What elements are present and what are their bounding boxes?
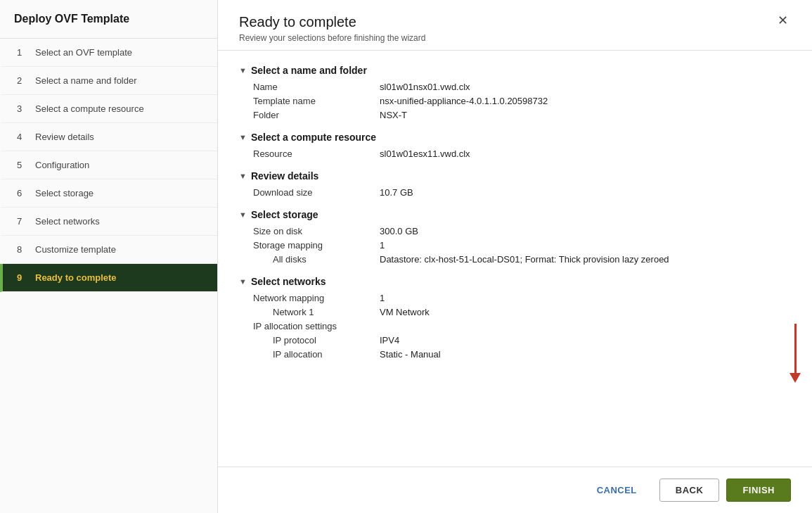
close-button[interactable]: ✕ — [775, 14, 791, 27]
main-header: Ready to complete Review your selections… — [218, 0, 812, 51]
detail-row-name-folder-2: FolderNSX-T — [253, 110, 791, 120]
sidebar-item-8[interactable]: 9Ready to complete — [0, 264, 217, 292]
scroll-arrow-head — [790, 373, 801, 383]
detail-row-select-storage-1: Storage mapping1 — [253, 240, 791, 251]
step-label-1: Select a name and folder — [35, 75, 137, 86]
sidebar-item-0[interactable]: 1Select an OVF template — [0, 39, 217, 67]
detail-label-select-storage-1: Storage mapping — [253, 240, 380, 251]
detail-label-name-folder-0: Name — [253, 82, 380, 92]
section-name-folder: ▼Select a name and folderNamesl01w01nsx0… — [239, 65, 791, 120]
detail-label-select-networks-0: Network mapping — [253, 293, 380, 303]
step-num-1: 2 — [17, 75, 28, 86]
section-header-review-details[interactable]: ▼Review details — [239, 170, 791, 182]
sidebar-item-3[interactable]: 4Review details — [0, 123, 217, 151]
detail-row-name-folder-1: Template namensx-unified-appliance-4.0.1… — [253, 96, 791, 106]
step-num-7: 8 — [17, 244, 28, 255]
modal-wrapper: Deploy OVF Template 1Select an OVF templ… — [0, 0, 812, 513]
section-select-storage: ▼Select storageSize on disk300.0 GBStora… — [239, 209, 791, 265]
step-label-6: Select networks — [35, 216, 100, 227]
step-num-3: 4 — [17, 132, 28, 142]
section-body-compute-resource: Resourcesl01w01esx11.vwd.clx — [239, 148, 791, 159]
sections-container: ▼Select a name and folderNamesl01w01nsx0… — [239, 65, 791, 360]
step-label-5: Select storage — [35, 188, 94, 198]
sidebar-item-7[interactable]: 8Customize template — [0, 236, 217, 264]
sidebar-title: Deploy OVF Template — [0, 0, 217, 39]
detail-label-review-details-0: Download size — [253, 187, 380, 198]
main-footer: CANCEL BACK FINISH — [218, 467, 812, 513]
detail-label-compute-resource-0: Resource — [253, 148, 380, 159]
detail-value-review-details-0: 10.7 GB — [380, 187, 413, 198]
back-button[interactable]: BACK — [659, 479, 720, 502]
section-select-networks: ▼Select networksNetwork mapping1Network … — [239, 276, 791, 360]
section-body-select-storage: Size on disk300.0 GBStorage mapping1All … — [239, 226, 791, 265]
detail-row-select-networks-2: IP allocation settings — [253, 321, 791, 331]
detail-value-select-networks-1: VM Network — [380, 307, 430, 317]
section-review-details: ▼Review detailsDownload size10.7 GB — [239, 170, 791, 198]
sidebar-item-5[interactable]: 6Select storage — [0, 179, 217, 208]
detail-value-select-networks-0: 1 — [380, 293, 385, 303]
detail-label-select-storage-2: All disks — [273, 254, 380, 265]
scroll-arrow-indicator — [790, 324, 801, 383]
scroll-arrow-line — [794, 324, 797, 373]
detail-row-review-details-0: Download size10.7 GB — [253, 187, 791, 198]
section-header-compute-resource[interactable]: ▼Select a compute resource — [239, 132, 791, 143]
header-text: Ready to complete Review your selections… — [239, 14, 425, 43]
step-label-3: Review details — [35, 132, 94, 142]
section-title-select-storage: Select storage — [251, 209, 318, 220]
detail-row-select-networks-0: Network mapping1 — [253, 293, 791, 303]
sidebar-item-2[interactable]: 3Select a compute resource — [0, 95, 217, 123]
cancel-button[interactable]: CANCEL — [581, 479, 652, 501]
step-num-6: 7 — [17, 216, 28, 227]
detail-row-select-networks-1: Network 1VM Network — [253, 307, 791, 317]
detail-row-select-networks-3: IP protocolIPV4 — [253, 335, 791, 346]
sidebar-item-1[interactable]: 2Select a name and folder — [0, 67, 217, 95]
section-toggle-compute-resource: ▼ — [239, 133, 247, 141]
step-label-8: Ready to complete — [35, 272, 117, 283]
detail-row-compute-resource-0: Resourcesl01w01esx11.vwd.clx — [253, 148, 791, 159]
detail-value-select-storage-2: Datastore: clx-host-51-Local-DS01; Forma… — [380, 254, 669, 265]
section-title-compute-resource: Select a compute resource — [251, 132, 376, 143]
detail-value-select-storage-1: 1 — [380, 240, 385, 251]
step-num-5: 6 — [17, 188, 28, 198]
step-num-8: 9 — [17, 272, 28, 283]
section-header-name-folder[interactable]: ▼Select a name and folder — [239, 65, 791, 76]
section-body-select-networks: Network mapping1Network 1VM NetworkIP al… — [239, 293, 791, 360]
sidebar-item-6[interactable]: 7Select networks — [0, 208, 217, 236]
detail-label-select-networks-4: IP allocation — [273, 349, 380, 360]
section-body-name-folder: Namesl01w01nsx01.vwd.clxTemplate namensx… — [239, 82, 791, 120]
step-label-0: Select an OVF template — [35, 47, 132, 58]
detail-value-compute-resource-0: sl01w01esx11.vwd.clx — [380, 148, 470, 159]
detail-value-select-storage-0: 300.0 GB — [380, 226, 418, 236]
detail-value-name-folder-2: NSX-T — [380, 110, 407, 120]
detail-value-name-folder-0: sl01w01nsx01.vwd.clx — [380, 82, 470, 92]
main-title: Ready to complete — [239, 14, 425, 30]
section-toggle-review-details: ▼ — [239, 172, 247, 180]
step-label-7: Customize template — [35, 244, 116, 255]
section-toggle-name-folder: ▼ — [239, 66, 247, 75]
detail-label-select-networks-1: Network 1 — [273, 307, 380, 317]
detail-label-select-networks-3: IP protocol — [273, 335, 380, 346]
sidebar: Deploy OVF Template 1Select an OVF templ… — [0, 0, 218, 513]
section-toggle-select-networks: ▼ — [239, 277, 247, 286]
sidebar-items-container: 1Select an OVF template2Select a name an… — [0, 39, 217, 292]
step-num-4: 5 — [17, 160, 28, 170]
step-label-4: Configuration — [35, 160, 89, 170]
detail-label-name-folder-1: Template name — [253, 96, 380, 106]
section-title-name-folder: Select a name and folder — [251, 65, 367, 76]
main-content: Ready to complete Review your selections… — [218, 0, 812, 513]
section-header-select-storage[interactable]: ▼Select storage — [239, 209, 791, 220]
detail-label-select-storage-0: Size on disk — [253, 226, 380, 236]
detail-label-name-folder-2: Folder — [253, 110, 380, 120]
sidebar-item-4[interactable]: 5Configuration — [0, 151, 217, 179]
detail-row-select-storage-2: All disksDatastore: clx-host-51-Local-DS… — [253, 254, 791, 265]
section-toggle-select-storage: ▼ — [239, 210, 247, 219]
detail-value-select-networks-4: Static - Manual — [380, 349, 441, 360]
step-num-0: 1 — [17, 47, 28, 58]
main-subtitle: Review your selections before finishing … — [239, 33, 425, 43]
detail-row-name-folder-0: Namesl01w01nsx01.vwd.clx — [253, 82, 791, 92]
section-body-review-details: Download size10.7 GB — [239, 187, 791, 198]
finish-button[interactable]: FINISH — [726, 479, 791, 502]
main-body: ▼Select a name and folderNamesl01w01nsx0… — [218, 51, 812, 467]
section-header-select-networks[interactable]: ▼Select networks — [239, 276, 791, 287]
section-compute-resource: ▼Select a compute resourceResourcesl01w0… — [239, 132, 791, 159]
